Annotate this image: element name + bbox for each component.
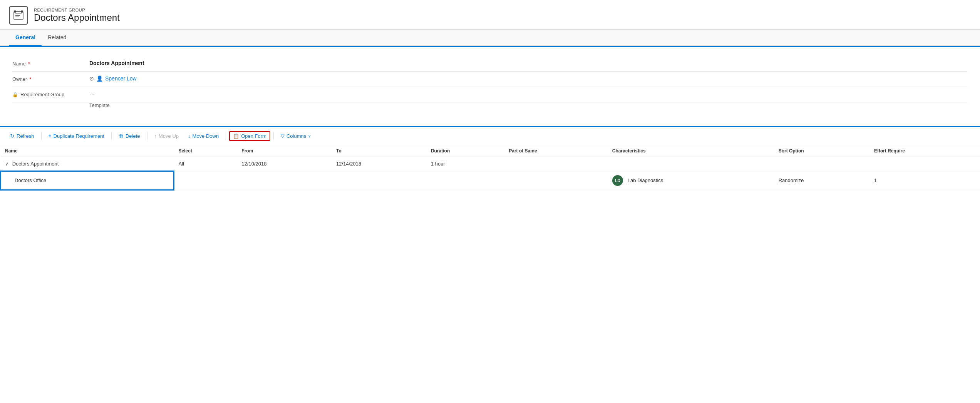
cell-duration: 1 hour [426,157,504,171]
table-row[interactable]: ∨ Doctors Appointment All 12/10/2018 12/… [0,157,980,171]
plus-icon: + [49,133,52,139]
label-template: 🔒 Requirement Group [12,91,89,97]
ld-badge: LD [612,175,623,186]
cell-to [332,171,426,190]
svg-point-5 [21,10,23,13]
col-header-to: To [332,145,426,157]
grid-toolbar: ↻ Refresh + Duplicate Requirement 🗑 Dele… [0,127,980,145]
arrow-up-icon: ↑ [154,133,157,139]
form-icon: 📋 [233,133,239,139]
cell-from [237,171,332,190]
template-sublabel: Template [12,102,968,110]
chevron-down-icon: ∨ [308,134,311,138]
value-owner[interactable]: ⊙ 👤 Spencer Low [89,75,968,82]
form-row-owner: Owner * ⊙ 👤 Spencer Low [12,72,968,87]
requirements-table: Name Select From To Duration Part of Sam… [0,145,980,191]
separator [273,132,274,140]
data-grid: Name Select From To Duration Part of Sam… [0,145,980,191]
move-up-button[interactable]: ↑ Move Up [151,131,183,141]
separator [226,132,226,140]
owner-person-icon: 👤 [96,75,103,82]
move-down-button[interactable]: ↓ Move Down [184,131,223,141]
col-header-sort-option: Sort Option [774,145,869,157]
cell-sort-option [774,157,869,171]
required-indicator: * [29,76,31,82]
entity-icon [9,6,28,25]
cell-from: 12/10/2018 [237,157,332,171]
cell-to: 12/14/2018 [332,157,426,171]
header-text: REQUIREMENT GROUP Doctors Appointment [34,8,120,23]
cell-name: ∨ Doctors Appointment [0,157,174,171]
cell-sort-option: Randomize [774,171,869,190]
col-header-name: Name [0,145,174,157]
cell-effort-required [869,157,980,171]
header-subtitle: REQUIREMENT GROUP [34,8,120,12]
cell-effort-required: 1 [869,171,980,190]
characteristics-label: Lab Diagnostics [628,177,663,183]
cell-select: All [174,157,237,171]
form-section: Name * Doctors Appointment Owner * ⊙ 👤 S… [0,46,980,120]
table-row[interactable]: Doctors Office LD Lab Diagnostics Random… [0,171,980,190]
delete-button[interactable]: 🗑 Delete [115,131,144,141]
duplicate-button[interactable]: + Duplicate Requirement [45,131,108,141]
col-header-characteristics: Characteristics [608,145,774,157]
page-header: REQUIREMENT GROUP Doctors Appointment [0,0,980,30]
col-header-effort-required: Effort Require [869,145,980,157]
separator [41,132,42,140]
owner-circle-icon: ⊙ [89,75,94,82]
col-header-select: Select [174,145,237,157]
refresh-icon: ↻ [10,133,15,139]
required-indicator: * [28,61,30,67]
label-owner: Owner * [12,75,89,82]
trash-icon: 🗑 [119,133,124,139]
cell-characteristics: LD Lab Diagnostics [608,171,774,190]
form-row-name: Name * Doctors Appointment [12,56,968,72]
col-header-duration: Duration [426,145,504,157]
tab-related[interactable]: Related [42,30,72,46]
value-name[interactable]: Doctors Appointment [89,60,968,66]
cell-name[interactable]: Doctors Office [0,171,174,190]
cell-part-of-same [504,171,608,190]
header-title: Doctors Appointment [34,12,120,23]
cell-part-of-same [504,157,608,171]
expand-icon[interactable]: ∨ [5,161,8,167]
svg-point-4 [14,10,16,13]
value-template: --- [89,91,968,97]
tab-bar: General Related [0,30,980,46]
table-header-row: Name Select From To Duration Part of Sam… [0,145,980,157]
cell-duration [426,171,504,190]
col-header-from: From [237,145,332,157]
cell-select [174,171,237,190]
col-header-part-of-same: Part of Same [504,145,608,157]
separator [111,132,112,140]
lock-icon: 🔒 [12,92,18,97]
label-name: Name * [12,60,89,67]
cell-characteristics [608,157,774,171]
form-row-template: 🔒 Requirement Group --- [12,87,968,102]
columns-button[interactable]: ▽ Columns ∨ [277,131,315,141]
open-form-button[interactable]: 📋 Open Form [229,131,270,141]
arrow-down-icon: ↓ [188,133,191,139]
tab-general[interactable]: General [9,30,42,46]
grid-section: ↻ Refresh + Duplicate Requirement 🗑 Dele… [0,126,980,191]
separator [147,132,147,140]
filter-icon: ▽ [281,133,285,139]
refresh-button[interactable]: ↻ Refresh [6,131,38,141]
